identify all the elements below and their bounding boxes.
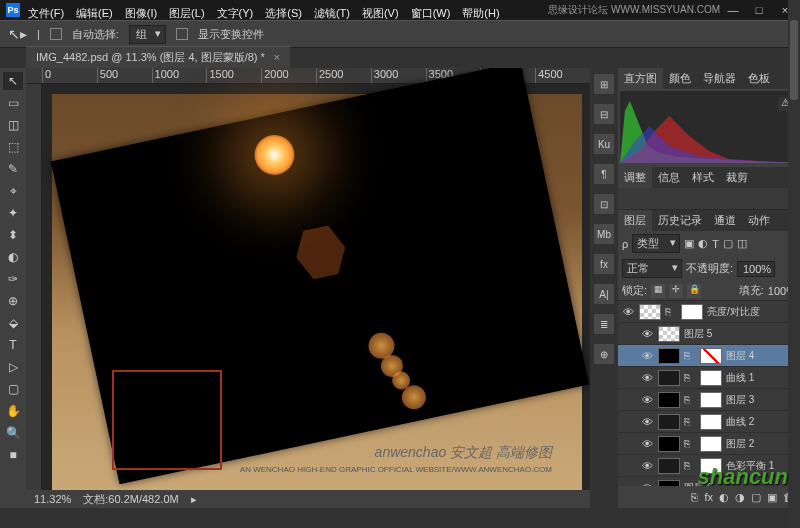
layer-row[interactable]: 👁⎘曲线 2 [618,411,800,433]
mask-thumbnail[interactable] [700,370,722,386]
group-icon[interactable]: ▢ [751,491,761,504]
link-icon[interactable]: ⎘ [684,394,696,405]
tool-button[interactable]: ▢ [3,380,23,398]
filter-icon-1[interactable]: ▣ [684,237,694,250]
tab-close-icon[interactable]: × [274,51,280,63]
visibility-icon[interactable]: 👁 [640,372,654,384]
layer-thumbnail[interactable] [639,304,661,320]
visibility-icon[interactable]: 👁 [640,460,654,472]
tool-button[interactable]: ▷ [3,358,23,376]
menu-item[interactable]: 图像(I) [125,7,157,19]
tool-button[interactable]: ✎ [3,160,23,178]
filter-icon-5[interactable]: ◫ [737,237,747,250]
panel-icon[interactable]: Mb [594,224,614,244]
visibility-icon[interactable]: 👁 [640,394,654,406]
mask-thumbnail[interactable] [700,392,722,408]
tool-button[interactable]: T [3,336,23,354]
tool-button[interactable]: ⬚ [3,138,23,156]
tool-button[interactable]: ◫ [3,116,23,134]
visibility-icon[interactable]: 👁 [640,350,654,362]
tab-history[interactable]: 历史记录 [652,210,708,231]
menu-item[interactable]: 图层(L) [169,7,204,19]
panel-icon[interactable]: ⊟ [594,104,614,124]
maximize-button[interactable]: □ [750,4,768,16]
document-tab[interactable]: IMG_4482.psd @ 11.3% (图层 4, 图层蒙版/8) * × [26,46,290,68]
layers-scrollbar[interactable] [788,301,800,486]
tab-histogram[interactable]: 直方图 [618,68,663,89]
new-layer-icon[interactable]: ▣ [767,491,777,504]
lock-position-icon[interactable]: ✢ [669,284,683,298]
layer-thumbnail[interactable] [658,436,680,452]
mask-thumbnail[interactable] [681,304,703,320]
panel-icon[interactable]: ⊡ [594,194,614,214]
tab-info[interactable]: 信息 [652,167,686,188]
layer-row[interactable]: 👁图层 5 [618,323,800,345]
panel-icon[interactable]: ¶ [594,164,614,184]
menu-item[interactable]: 滤镜(T) [314,7,350,19]
tab-swatches[interactable]: 色板 [742,68,776,89]
tool-button[interactable]: ✑ [3,270,23,288]
tab-crop[interactable]: 裁剪 [720,167,754,188]
auto-select-checkbox[interactable] [50,28,62,40]
tool-button[interactable]: ⊕ [3,292,23,310]
mask-thumbnail[interactable] [700,348,722,364]
layer-row[interactable]: 👁⎘曲线 1 [618,367,800,389]
filter-icon-2[interactable]: ◐ [698,237,708,250]
tool-button[interactable]: ✦ [3,204,23,222]
tab-navigator[interactable]: 导航器 [697,68,742,89]
filter-kind-dropdown[interactable]: 类型 [632,234,680,253]
panel-icon[interactable]: fx [594,254,614,274]
layer-row[interactable]: 👁⎘图层 2 [618,433,800,455]
tool-button[interactable]: ✋ [3,402,23,420]
fx-icon[interactable]: fx [704,491,713,503]
mask-icon[interactable]: ◐ [719,491,729,504]
mask-thumbnail[interactable] [700,436,722,452]
lock-all-icon[interactable]: 🔒 [687,284,701,298]
filter-icon-4[interactable]: ▢ [723,237,733,250]
lock-pixels-icon[interactable]: ▦ [651,284,665,298]
minimize-button[interactable]: — [724,4,742,16]
menu-item[interactable]: 文件(F) [28,7,64,19]
layer-row[interactable]: 👁⎘图层 3 [618,389,800,411]
tab-layers[interactable]: 图层 [618,210,652,231]
menu-item[interactable]: 文字(Y) [217,7,254,19]
tool-button[interactable]: ◐ [3,248,23,266]
panel-icon[interactable]: A| [594,284,614,304]
link-icon[interactable]: ⎘ [684,416,696,427]
layer-thumbnail[interactable] [658,414,680,430]
blend-mode-dropdown[interactable]: 正常 [622,259,682,278]
tab-color[interactable]: 颜色 [663,68,697,89]
visibility-icon[interactable]: 👁 [640,438,654,450]
layer-thumbnail[interactable] [658,348,680,364]
link-layers-icon[interactable]: ⎘ [691,491,698,503]
layer-thumbnail[interactable] [658,458,680,474]
show-transform-checkbox[interactable] [176,28,188,40]
tool-button[interactable]: ⬙ [3,314,23,332]
group-dropdown[interactable]: 组 [129,25,166,44]
link-icon[interactable]: ⎘ [684,460,696,471]
menu-item[interactable]: 视图(V) [362,7,399,19]
menu-item[interactable]: 编辑(E) [76,7,113,19]
canvas[interactable]: anwenchao 安文超 高端修图 AN WENCHAO HIGH-END G… [52,94,582,490]
visibility-icon[interactable]: 👁 [640,416,654,428]
tool-button[interactable]: 🔍 [3,424,23,442]
link-icon[interactable]: ⎘ [684,350,696,361]
link-icon[interactable]: ⎘ [665,306,677,317]
panel-icon[interactable]: ⊞ [594,74,614,94]
link-icon[interactable]: ⎘ [684,438,696,449]
mask-thumbnail[interactable] [700,414,722,430]
layer-row[interactable]: 👁⎘亮度/对比度 [618,301,800,323]
opacity-input[interactable]: 100% [737,261,775,277]
status-arrow-icon[interactable]: ▸ [191,493,197,506]
tool-button[interactable]: ↖ [3,72,23,90]
panel-icon[interactable]: ≣ [594,314,614,334]
zoom-level[interactable]: 11.32% [34,493,71,505]
tab-channels[interactable]: 通道 [708,210,742,231]
tool-button[interactable]: ▭ [3,94,23,112]
layer-thumbnail[interactable] [658,326,680,342]
visibility-icon[interactable]: 👁 [640,328,654,340]
layer-thumbnail[interactable] [658,370,680,386]
tab-styles[interactable]: 样式 [686,167,720,188]
tool-button[interactable]: ⬍ [3,226,23,244]
tab-adjust[interactable]: 调整 [618,167,652,188]
